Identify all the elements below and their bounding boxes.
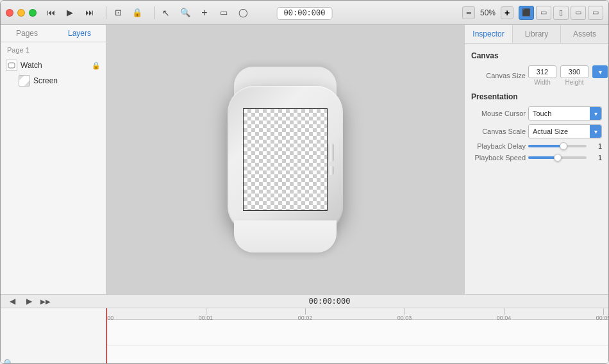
- timeline-track-2: [106, 345, 608, 364]
- timeline-main: 🔍 00:00 00:01 00:02 00:03: [1, 308, 608, 364]
- canvas-height-input[interactable]: 390: [560, 65, 588, 78]
- close-button[interactable]: [6, 9, 13, 17]
- canvas-area[interactable]: [106, 25, 464, 294]
- edit-tools: ↖ 🔍 + ▭ ◯: [157, 6, 252, 20]
- page-label: Page 1: [1, 42, 106, 58]
- canvas-width-label: Width: [534, 79, 551, 86]
- canvas-scale-value: Actual Size: [529, 125, 590, 138]
- circle-tool[interactable]: ◯: [234, 6, 252, 20]
- canvas-width-input[interactable]: 312: [528, 65, 556, 78]
- timeline-play[interactable]: ▶: [22, 295, 35, 308]
- timeline-fastforward[interactable]: ▶▶: [39, 295, 52, 308]
- timeline-toolbar: ◀ ▶ ▶▶ 00:00:000: [1, 295, 608, 308]
- watch-crown: [328, 144, 334, 161]
- traffic-lights: [6, 9, 37, 17]
- titlebar: ⏮ ▶ ⏭ ⊡ 🔒 ↖ 🔍 + ▭ ◯ 00:00:000 − 50% + ⬛ …: [1, 1, 608, 25]
- playback-delay-label: Playback Delay: [471, 142, 526, 150]
- tab-inspector[interactable]: Inspector: [465, 25, 513, 43]
- watch-side-button: [328, 166, 334, 175]
- mouse-cursor-arrow[interactable]: ▾: [590, 107, 601, 120]
- minimize-button[interactable]: [17, 9, 25, 17]
- inspector-tabs: Inspector Library Assets: [465, 25, 608, 44]
- tick-1: 00:01: [206, 308, 221, 321]
- tab-assets[interactable]: Assets: [561, 25, 608, 43]
- watch-device: [215, 67, 356, 252]
- rewind-button[interactable]: ⏮: [42, 6, 60, 20]
- tick-5: 00:05: [603, 308, 608, 321]
- lock-button[interactable]: 🔒: [128, 6, 146, 20]
- timeline-search-icon[interactable]: 🔍: [4, 359, 13, 364]
- screen-layer-label: Screen: [33, 76, 58, 85]
- fastforward-button[interactable]: ⏭: [80, 6, 98, 20]
- canvas-section-title: Canvas: [471, 51, 602, 60]
- tool-controls: ⊡ 🔒: [109, 6, 146, 20]
- view-btn-1[interactable]: ⬛: [519, 6, 534, 20]
- playback-speed-row: Playback Speed 1: [471, 154, 602, 161]
- layer-item-screen[interactable]: Screen: [1, 73, 106, 88]
- main-timecode: 00:00:000: [277, 7, 333, 20]
- rect-tool[interactable]: ▭: [215, 6, 233, 20]
- canvas-scale-row: Canvas Scale Actual Size ▾: [471, 124, 602, 138]
- tick-2: 00:02: [305, 308, 320, 321]
- timeline-ruler[interactable]: 00:00 00:01 00:02 00:03 00:04: [106, 308, 608, 364]
- lock-icon: 🔒: [92, 62, 101, 70]
- tick-0: 00:00: [106, 308, 121, 321]
- presentation-section-title: Presentation: [471, 92, 602, 101]
- zoom-in-button[interactable]: +: [501, 6, 513, 19]
- cursor-tool[interactable]: ↖: [157, 6, 175, 20]
- mouse-cursor-label: Mouse Cursor: [471, 110, 526, 117]
- tick-3: 00:03: [405, 308, 419, 321]
- sidebar-tab-layers[interactable]: Layers: [53, 25, 106, 42]
- sidebar-tabs: Pages Layers: [1, 25, 106, 42]
- watch-screen: [243, 108, 328, 211]
- canvas-size-label: Canvas Size: [471, 72, 526, 79]
- inspector-panel: Inspector Library Assets Canvas Canvas S…: [464, 25, 608, 294]
- timeline-area: ◀ ▶ ▶▶ 00:00:000 🔍 00:00 00:01 00:02: [1, 294, 608, 364]
- playback-delay-row: Playback Delay 1: [471, 142, 602, 150]
- mouse-cursor-select[interactable]: Touch ▾: [528, 106, 602, 120]
- playback-speed-label: Playback Speed: [471, 154, 526, 161]
- window-title: 00:00:000: [277, 8, 333, 18]
- add-tool[interactable]: +: [196, 6, 213, 20]
- fullscreen-button[interactable]: [29, 9, 37, 17]
- timeline-rewind[interactable]: ◀: [6, 295, 19, 308]
- mouse-cursor-row: Mouse Cursor Touch ▾: [471, 106, 602, 120]
- view-btn-3[interactable]: ▯: [553, 6, 569, 20]
- layer-item-watch[interactable]: Watch 🔒: [1, 58, 106, 73]
- playback-delay-value: 1: [589, 142, 602, 150]
- watch-body: [228, 86, 343, 233]
- canvas-size-row: Canvas Size 312 Width 390 Height ▾: [471, 65, 602, 86]
- zoom-level: 50%: [478, 8, 498, 17]
- zoom-out-button[interactable]: −: [462, 6, 475, 19]
- view-btn-5[interactable]: ▭: [588, 6, 603, 20]
- canvas-scale-select[interactable]: Actual Size ▾: [528, 124, 602, 138]
- view-btn-4[interactable]: ▭: [571, 6, 586, 20]
- separator-1: [106, 6, 106, 19]
- zoom-controls: − 50% +: [462, 6, 513, 19]
- timeline-sidebar: 🔍: [1, 308, 106, 364]
- playback-speed-slider[interactable]: [528, 156, 587, 159]
- playback-speed-value: 1: [589, 154, 602, 161]
- canvas-height-label: Height: [565, 79, 584, 86]
- separator-2: [154, 6, 154, 19]
- playback-delay-slider[interactable]: [528, 145, 587, 147]
- sidebar: Pages Layers Page 1 Watch 🔒 Screen: [1, 25, 106, 294]
- ruler-ticks: 00:00 00:01 00:02 00:03 00:04: [106, 308, 608, 320]
- inspector-content: Canvas Canvas Size 312 Width 390 Height …: [465, 44, 608, 170]
- tick-4: 00:04: [504, 308, 519, 321]
- view-btn-2[interactable]: ▭: [536, 6, 551, 20]
- transport-controls: ⏮ ▶ ⏭: [42, 6, 98, 20]
- main-layout: Pages Layers Page 1 Watch 🔒 Screen: [1, 25, 608, 294]
- playhead[interactable]: [106, 308, 107, 364]
- watch-band-bottom: [234, 220, 337, 252]
- screen-layer-icon: [19, 75, 30, 87]
- sidebar-tab-pages[interactable]: Pages: [1, 25, 53, 42]
- timeline-timecode: 00:00:000: [308, 297, 350, 306]
- canvas-size-dropdown[interactable]: ▾: [592, 65, 608, 78]
- play-button[interactable]: ▶: [61, 6, 79, 20]
- canvas-scale-arrow[interactable]: ▾: [590, 125, 601, 138]
- tab-library[interactable]: Library: [513, 25, 561, 43]
- mouse-cursor-value: Touch: [529, 107, 590, 120]
- fit-button[interactable]: ⊡: [109, 6, 127, 20]
- zoom-tool[interactable]: 🔍: [176, 6, 194, 20]
